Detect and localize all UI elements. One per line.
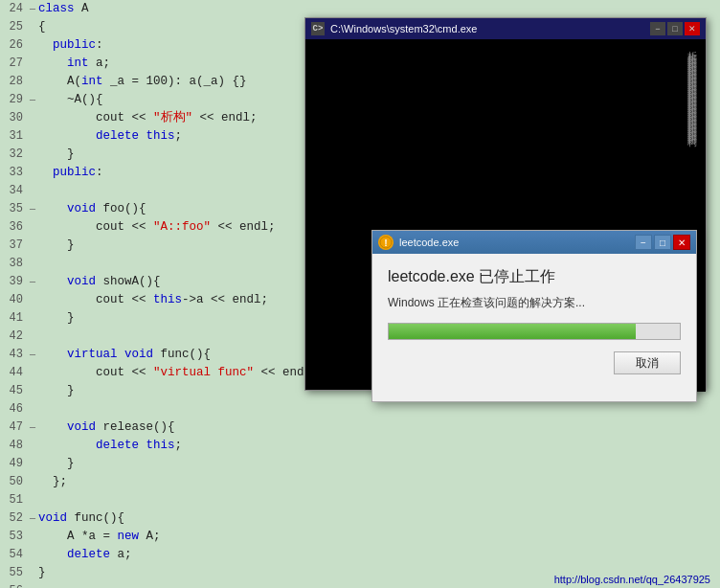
line-51: 51 <box>0 491 306 509</box>
line-42: 42 <box>0 328 306 346</box>
line-46: 46 <box>0 400 306 418</box>
line-53: 53 A *a = new A; <box>0 528 306 546</box>
dialog-buttons: 取消 <box>388 351 681 374</box>
line-44: 44 cout << "virtual func" << endl; <box>0 364 306 382</box>
line-24: 24 — class A <box>0 0 306 18</box>
dialog-controls: − □ ✕ <box>635 235 690 250</box>
line-52: 52 — void func(){ <box>0 509 306 528</box>
line-33: 33 public: <box>0 164 306 182</box>
dialog-titlebar: ! leetcode.exe − □ ✕ <box>372 231 696 254</box>
dialog-minimize-button[interactable]: − <box>635 235 652 250</box>
line-39: 39 — void showA(){ <box>0 273 306 291</box>
line-28: 28 A(int _a = 100): a(_a) {} <box>0 73 306 91</box>
progress-bar-container <box>388 323 681 340</box>
watermark-text: 析构析构析构析构析构析构析构析构析构析构析构析构析构析构析构析构析构析构析构析构… <box>684 43 699 131</box>
line-50: 50 }; <box>0 473 306 491</box>
cmd-minimize-button[interactable]: − <box>650 22 665 35</box>
line-49: 49 } <box>0 455 306 473</box>
cmd-controls: − □ ✕ <box>650 22 700 35</box>
line-31: 31 delete this; <box>0 127 306 146</box>
dialog-title: leetcode.exe <box>399 237 635 248</box>
url-bar: http://blog.csdn.net/qq_26437925 <box>0 571 720 588</box>
line-45: 45 } <box>0 382 306 400</box>
line-41: 41 } <box>0 309 306 328</box>
line-38: 38 <box>0 255 306 273</box>
line-54: 54 delete a; <box>0 546 306 564</box>
code-lines: 24 — class A 25 { 26 public: 27 int a; 2… <box>0 0 306 588</box>
dialog-body: leetcode.exe 已停止工作 Windows 正在检查该问题的解决方案.… <box>372 254 696 384</box>
line-37: 37 } <box>0 237 306 255</box>
line-30: 30 cout << "析构" << endl; <box>0 109 306 127</box>
line-34: 34 <box>0 182 306 200</box>
line-40: 40 cout << this->a << endl; <box>0 291 306 309</box>
cmd-close-button[interactable]: ✕ <box>685 22 700 35</box>
cmd-title-text: C:\Windows\system32\cmd.exe <box>330 23 650 34</box>
cmd-icon: C> <box>311 22 325 35</box>
line-35: 35 — void foo(){ <box>0 200 306 218</box>
line-47: 47 — void release(){ <box>0 418 306 437</box>
line-36: 36 cout << "A::foo" << endl; <box>0 218 306 237</box>
dialog-close-button[interactable]: ✕ <box>673 235 690 250</box>
dialog-maximize-button[interactable]: □ <box>654 235 671 250</box>
cmd-maximize-button[interactable]: □ <box>667 22 683 35</box>
dialog-main-message: leetcode.exe 已停止工作 <box>388 267 681 287</box>
error-dialog: ! leetcode.exe − □ ✕ leetcode.exe 已停止工作 … <box>371 230 697 402</box>
line-32: 32 } <box>0 146 306 164</box>
line-25: 25 { <box>0 18 306 36</box>
line-29: 29 — ~A(){ <box>0 91 306 109</box>
dialog-app-icon: ! <box>378 235 394 250</box>
cancel-button[interactable]: 取消 <box>614 351 681 374</box>
cmd-titlebar: C> C:\Windows\system32\cmd.exe − □ ✕ <box>305 18 706 39</box>
dialog-sub-message: Windows 正在检查该问题的解决方案... <box>388 295 681 311</box>
progress-bar <box>389 324 636 339</box>
url-text: http://blog.csdn.net/qq_26437925 <box>554 574 710 585</box>
line-27: 27 int a; <box>0 55 306 73</box>
svg-text:!: ! <box>383 238 389 249</box>
line-43: 43 — virtual void func(){ <box>0 346 306 364</box>
line-48: 48 delete this; <box>0 437 306 455</box>
line-26: 26 public: <box>0 36 306 55</box>
